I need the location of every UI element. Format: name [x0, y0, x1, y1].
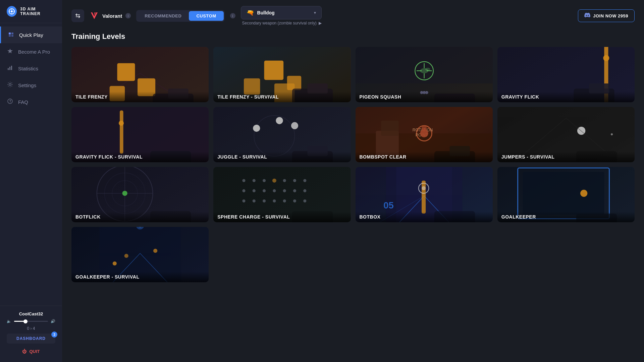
sidebar-item-quick-play[interactable]: Quick Play	[0, 26, 62, 43]
card-goalkeeper-survival-label: GOALKEEPER - SURVIVAL	[71, 272, 209, 282]
statistics-label: Statistics	[18, 66, 38, 71]
card-pigeon-squash[interactable]: PIGEON SQUASH	[356, 47, 493, 102]
tab-custom[interactable]: CUSTOM	[189, 11, 223, 21]
extra-cards-row: GOALKEEPER - SURVIVAL	[71, 227, 635, 282]
card-gravity-flick-survival-label: GRAVITY FLICK - SURVIVAL	[71, 152, 209, 162]
logo-icon	[7, 6, 17, 17]
faq-label: FAQ	[18, 99, 28, 105]
svg-rect-9	[11, 35, 13, 37]
weapon-selector[interactable]: 🔫 Bulldog ▾	[241, 6, 322, 19]
card-goalkeeper-label: GOALKEEPER	[497, 212, 635, 222]
dashboard-button[interactable]: DASHBOARD	[7, 334, 55, 344]
card-gravity-flick[interactable]: GRAVITY FLICK	[497, 47, 635, 102]
logo-text: 3D AIM TRAINER	[20, 7, 55, 16]
game-info-button[interactable]: i	[125, 13, 131, 18]
training-levels-grid: TILE FRENZY TILE FRENZY - SU	[71, 47, 635, 222]
card-jumpers-survival[interactable]: JUMPERS - SURVIVAL	[497, 107, 635, 162]
sidebar-item-become-pro[interactable]: Become A Pro	[0, 43, 62, 60]
user-section: CoolCast32 🔈 🔊 0 › 4 DASHBOARD 3 ⏻	[7, 311, 55, 357]
statistics-icon	[7, 65, 13, 72]
svg-rect-13	[11, 66, 12, 70]
quit-button[interactable]: ⏻ QUIT	[22, 346, 40, 357]
card-sphere-charge-survival[interactable]: SPHERE CHARGE - SURVIVAL	[213, 167, 351, 222]
section-title: Training Levels	[71, 32, 635, 41]
discord-icon	[584, 13, 590, 19]
card-tile-frenzy[interactable]: TILE FRENZY	[71, 47, 209, 102]
sidebar-bottom: CoolCast32 🔈 🔊 0 › 4 DASHBOARD 3 ⏻	[0, 306, 62, 362]
svg-text:?: ?	[9, 100, 11, 103]
card-goalkeeper[interactable]: GOALKEEPER	[497, 167, 635, 222]
svg-marker-10	[7, 49, 13, 53]
card-bombspot-clear-label: BOMBSPOT CLEAR	[356, 152, 493, 162]
card-jumpers-survival-label: JUMPERS - SURVIVAL	[497, 152, 635, 162]
card-sphere-charge-survival-label: SPHERE CHARGE - SURVIVAL	[213, 212, 351, 222]
game-name: Valorant	[102, 13, 122, 19]
sidebar-item-faq[interactable]: ? FAQ	[0, 94, 62, 110]
volume-control[interactable]: 🔈 🔊	[7, 319, 55, 323]
card-juggle-survival-label: JUGGLE - SURVIVAL	[213, 152, 351, 162]
tab-info-button[interactable]: i	[230, 13, 235, 18]
main-content: Valorant i RECOMMENDED CUSTOM i 🔫 Bulldo…	[62, 0, 644, 362]
svg-rect-6	[9, 33, 11, 35]
valorant-icon	[90, 11, 99, 20]
sidebar-nav: Quick Play Become A Pro Statistics	[0, 23, 62, 306]
settings-label: Settings	[18, 82, 36, 88]
discord-join-label: JOIN NOW 2959	[593, 13, 628, 18]
weapon-name: Bulldog	[257, 10, 311, 15]
svg-point-1	[11, 10, 13, 12]
svg-point-14	[9, 83, 11, 85]
volume-track[interactable]	[14, 321, 48, 322]
card-goalkeeper-survival[interactable]: GOALKEEPER - SURVIVAL	[71, 227, 209, 282]
card-botflick[interactable]: BOTFLICK	[71, 167, 209, 222]
settings-icon	[7, 81, 13, 89]
username: CoolCast32	[19, 311, 43, 316]
become-pro-icon	[7, 48, 13, 55]
svg-rect-12	[9, 67, 10, 70]
volume-max-icon: 🔊	[51, 319, 55, 323]
sidebar-item-settings[interactable]: Settings	[0, 77, 62, 94]
card-bombspot-clear[interactable]: ROTATION POINT BOMBSPOT CLEAR	[356, 107, 493, 162]
faq-icon: ?	[7, 98, 13, 106]
game-selector: Valorant i	[90, 11, 131, 20]
card-tile-frenzy-label: TILE FRENZY	[71, 92, 209, 102]
quick-play-icon	[8, 31, 14, 39]
notification-badge: 3	[51, 331, 57, 338]
svg-rect-7	[11, 33, 13, 35]
quick-play-label: Quick Play	[19, 32, 43, 38]
chevron-down-icon: ▾	[314, 10, 316, 15]
tab-recommended[interactable]: RECOMMENDED	[137, 11, 189, 21]
logo-area: 3D AIM TRAINER	[0, 0, 62, 23]
swap-game-button[interactable]	[71, 9, 84, 22]
volume-fill	[14, 321, 24, 322]
volume-min-icon: 🔈	[7, 319, 11, 323]
sidebar: 3D AIM TRAINER Quick Play Become A Pro	[0, 0, 62, 362]
card-gravity-flick-label: GRAVITY FLICK	[497, 92, 635, 102]
card-botflick-label: BOTFLICK	[71, 212, 209, 222]
card-juggle-survival[interactable]: JUGGLE - SURVIVAL	[213, 107, 351, 162]
tab-group: RECOMMENDED CUSTOM	[136, 10, 224, 22]
topbar: Valorant i RECOMMENDED CUSTOM i 🔫 Bulldo…	[71, 6, 635, 25]
volume-thumb[interactable]	[23, 319, 28, 323]
secondary-weapon-hint[interactable]: Secondary weapon (zombie survival only) …	[242, 21, 322, 25]
discord-join-button[interactable]: JOIN NOW 2959	[578, 9, 635, 22]
card-botbox-label: BOTBOX	[356, 212, 493, 222]
sidebar-item-statistics[interactable]: Statistics	[0, 60, 62, 77]
card-pigeon-squash-label: PIGEON SQUASH	[356, 92, 493, 102]
card-tile-frenzy-survival[interactable]: TILE FRENZY - SURVIVAL	[213, 47, 351, 102]
weapon-icon: 🔫	[247, 9, 254, 16]
card-gravity-flick-survival[interactable]: GRAVITY FLICK - SURVIVAL	[71, 107, 209, 162]
card-botbox[interactable]: 05 BOTBOX	[356, 167, 493, 222]
secondary-weapon-label: Secondary weapon (zombie survival only)	[242, 21, 317, 25]
card-tile-frenzy-survival-label: TILE FRENZY - SURVIVAL	[213, 92, 351, 102]
topbar-right: JOIN NOW 2959	[578, 9, 635, 22]
svg-rect-8	[9, 35, 11, 37]
score-range: 0 › 4	[27, 326, 35, 331]
quit-label: QUIT	[29, 349, 40, 354]
become-pro-label: Become A Pro	[18, 49, 50, 55]
quit-icon: ⏻	[22, 349, 26, 354]
weapon-section: 🔫 Bulldog ▾ Secondary weapon (zombie sur…	[241, 6, 322, 25]
secondary-weapon-arrow: ▶	[319, 21, 322, 25]
svg-rect-11	[8, 68, 9, 70]
